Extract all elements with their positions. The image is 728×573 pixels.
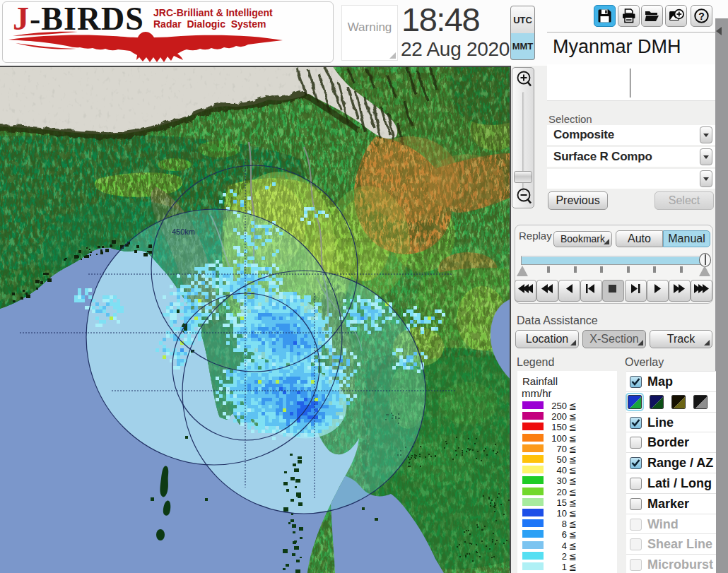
svg-text:?: ? [698,11,705,22]
svg-text:450km: 450km [172,228,195,236]
